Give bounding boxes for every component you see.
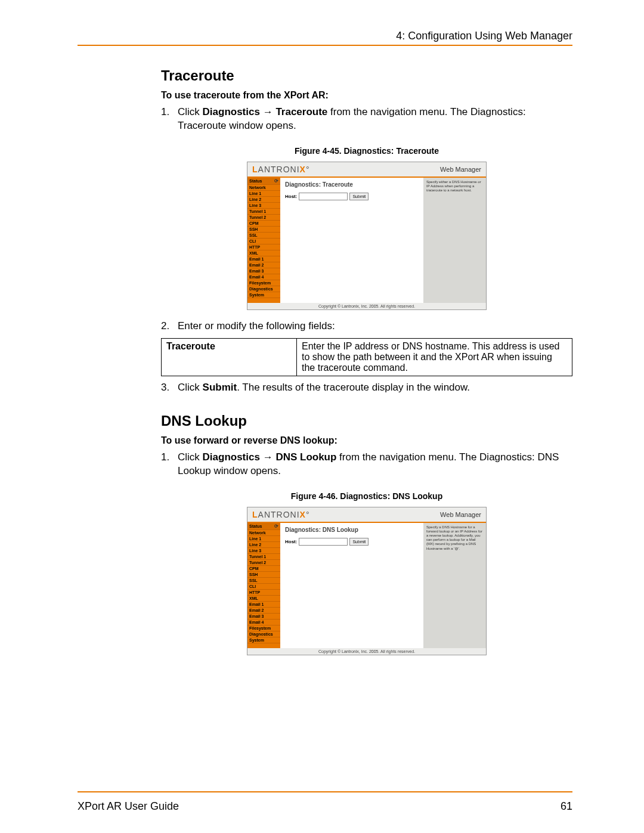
sidebar-item[interactable]: HTTP bbox=[247, 244, 280, 250]
sidebar-nav[interactable]: Status⟳ Network Line 1 Line 2 Line 3 Tun… bbox=[247, 523, 280, 648]
web-manager-label: Web Manager bbox=[440, 166, 481, 173]
host-label: Host: bbox=[285, 194, 297, 199]
copyright-footer: Copyright © Lantronix, Inc. 2005. All ri… bbox=[247, 303, 486, 309]
sidebar-item[interactable]: Email 2 bbox=[247, 608, 280, 614]
sidebar-item[interactable]: Email 4 bbox=[247, 620, 280, 625]
sidebar-item[interactable]: Diagnostics bbox=[247, 631, 280, 637]
sidebar-item-status[interactable]: Status⟳ bbox=[247, 523, 280, 530]
text: . The results of the traceroute display … bbox=[237, 382, 470, 393]
sidebar-item[interactable]: Email 1 bbox=[247, 256, 280, 262]
sidebar-item[interactable]: Filesystem bbox=[247, 625, 280, 631]
reload-icon[interactable]: ⟳ bbox=[274, 178, 278, 184]
traceroute-step-1: 1. Click Diagnostics → Traceroute from t… bbox=[161, 106, 572, 133]
traceroute-subtitle: To use traceroute from the XPort AR: bbox=[161, 90, 572, 101]
web-manager-label: Web Manager bbox=[440, 511, 481, 518]
traceroute-step-2: 2. Enter or modify the following fields: bbox=[161, 320, 572, 333]
host-input[interactable] bbox=[299, 538, 348, 546]
host-input[interactable] bbox=[299, 193, 348, 200]
sidebar-item[interactable]: Line 2 bbox=[247, 542, 280, 548]
sidebar-item[interactable]: Email 3 bbox=[247, 268, 280, 274]
dns-heading: DNS Lookup bbox=[161, 413, 572, 429]
sidebar-item[interactable]: XML bbox=[247, 250, 280, 256]
submit-label-bold: Submit bbox=[203, 382, 237, 393]
sidebar-item[interactable]: Diagnostics bbox=[247, 286, 280, 292]
text: Click bbox=[178, 106, 203, 117]
sidebar-item[interactable]: Email 3 bbox=[247, 614, 280, 620]
sidebar-item[interactable]: CLI bbox=[247, 584, 280, 590]
panel-title: Diagnostics: DNS Lookup bbox=[285, 527, 419, 533]
list-number: 2. bbox=[161, 320, 178, 333]
traceroute-step-3: 3. Click Submit. The results of the trac… bbox=[161, 381, 572, 395]
sidebar-item[interactable]: CPM bbox=[247, 566, 280, 572]
text: Enter or modify the following fields: bbox=[178, 320, 572, 333]
sidebar-item[interactable]: CLI bbox=[247, 239, 280, 244]
nav-path-a: Diagnostics bbox=[203, 106, 260, 117]
lantronix-logo: LANTRONIX° bbox=[252, 510, 310, 519]
figure-caption-46: Figure 4-46. Diagnostics: DNS Lookup bbox=[161, 491, 572, 501]
sidebar-item[interactable]: Email 1 bbox=[247, 602, 280, 608]
figure-caption-45: Figure 4-45. Diagnostics: Traceroute bbox=[161, 146, 572, 156]
sidebar-item[interactable]: Line 3 bbox=[247, 548, 280, 554]
sidebar-item[interactable]: XML bbox=[247, 596, 280, 602]
arrow-icon: → bbox=[260, 106, 275, 117]
sidebar-item[interactable]: SSL bbox=[247, 233, 280, 239]
sidebar-item[interactable]: Line 2 bbox=[247, 197, 280, 203]
field-desc-cell: Enter the IP address or DNS hostname. Th… bbox=[297, 338, 572, 376]
nav-path-b: Traceroute bbox=[275, 106, 327, 117]
nav-path-b: DNS Lookup bbox=[275, 451, 336, 463]
sidebar-item[interactable]: SSL bbox=[247, 578, 280, 584]
footer-page-number: 61 bbox=[561, 800, 572, 813]
text: Click bbox=[178, 382, 203, 393]
sidebar-item[interactable]: Tunnel 1 bbox=[247, 209, 280, 215]
sidebar-item[interactable]: Email 4 bbox=[247, 274, 280, 280]
copyright-footer: Copyright © Lantronix, Inc. 2005. All ri… bbox=[247, 648, 486, 655]
screenshot-traceroute: LANTRONIX° Web Manager Status⟳ Network L… bbox=[247, 162, 487, 310]
sidebar-item[interactable]: Network bbox=[247, 530, 280, 536]
list-number: 3. bbox=[161, 381, 178, 395]
sidebar-nav[interactable]: Status⟳ Network Line 1 Line 2 Line 3 Tun… bbox=[247, 178, 280, 303]
dns-step-1: 1. Click Diagnostics → DNS Lookup from t… bbox=[161, 451, 572, 478]
sidebar-item[interactable]: Tunnel 2 bbox=[247, 560, 280, 566]
footer-rule bbox=[78, 791, 572, 792]
header-rule bbox=[78, 45, 572, 46]
submit-button[interactable]: Submit bbox=[349, 538, 369, 546]
sidebar-item[interactable]: Line 3 bbox=[247, 203, 280, 209]
panel-title: Diagnostics: Traceroute bbox=[285, 181, 419, 188]
sidebar-item[interactable]: Tunnel 1 bbox=[247, 554, 280, 560]
host-label: Host: bbox=[285, 539, 297, 544]
field-label-cell: Traceroute bbox=[162, 338, 297, 376]
help-panel: Specify either a DNS Hostname or IP Addr… bbox=[423, 178, 486, 303]
help-panel: Specify a DNS Hostname for a forward loo… bbox=[423, 523, 486, 648]
lantronix-logo: LANTRONIX° bbox=[252, 165, 310, 174]
sidebar-item[interactable]: Network bbox=[247, 185, 280, 191]
sidebar-item[interactable]: SSH bbox=[247, 572, 280, 578]
sidebar-item[interactable]: CPM bbox=[247, 221, 280, 227]
sidebar-item[interactable]: Tunnel 2 bbox=[247, 215, 280, 221]
footer-guide-title: XPort AR User Guide bbox=[78, 800, 179, 813]
list-number: 1. bbox=[161, 451, 178, 478]
reload-icon[interactable]: ⟳ bbox=[274, 524, 278, 529]
sidebar-item[interactable]: SSH bbox=[247, 227, 280, 233]
list-number: 1. bbox=[161, 106, 178, 133]
sidebar-item[interactable]: Filesystem bbox=[247, 280, 280, 286]
nav-path-a: Diagnostics bbox=[203, 451, 260, 463]
traceroute-heading: Traceroute bbox=[161, 67, 572, 84]
arrow-icon: → bbox=[260, 451, 275, 463]
dns-subtitle: To use forward or reverse DNS lookup: bbox=[161, 435, 572, 446]
sidebar-item[interactable]: Line 1 bbox=[247, 536, 280, 542]
traceroute-field-table: Traceroute Enter the IP address or DNS h… bbox=[161, 338, 572, 376]
page-header: 4: Configuration Using Web Manager bbox=[78, 30, 572, 42]
screenshot-dnslookup: LANTRONIX° Web Manager Status⟳ Network L… bbox=[247, 507, 487, 655]
sidebar-item[interactable]: System bbox=[247, 637, 280, 643]
sidebar-item[interactable]: Line 1 bbox=[247, 191, 280, 197]
sidebar-item[interactable]: System bbox=[247, 292, 280, 298]
sidebar-item-status[interactable]: Status⟳ bbox=[247, 178, 280, 185]
submit-button[interactable]: Submit bbox=[349, 193, 369, 200]
text: Click bbox=[178, 451, 203, 463]
sidebar-item[interactable]: HTTP bbox=[247, 590, 280, 596]
sidebar-item[interactable]: Email 2 bbox=[247, 262, 280, 268]
